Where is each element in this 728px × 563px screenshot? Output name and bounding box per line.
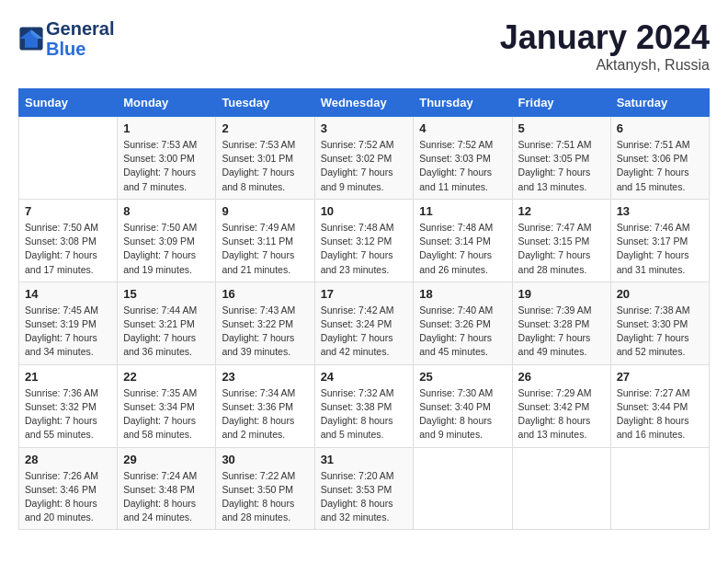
day-info: Sunrise: 7:32 AMSunset: 3:38 PMDaylight:… [321,386,408,442]
day-info: Sunrise: 7:46 AMSunset: 3:17 PMDaylight:… [617,221,703,277]
day-info: Sunrise: 7:43 AMSunset: 3:22 PMDaylight:… [222,304,308,360]
day-cell: 17Sunrise: 7:42 AMSunset: 3:24 PMDayligh… [314,282,414,364]
location-subtitle: Aktanysh, Russia [500,57,710,74]
day-cell [610,447,709,530]
day-info: Sunrise: 7:26 AMSunset: 3:46 PMDaylight:… [25,469,111,525]
col-header-monday: Monday [118,89,216,117]
logo-line1: General [46,18,114,39]
day-cell: 14Sunrise: 7:45 AMSunset: 3:19 PMDayligh… [19,282,118,364]
col-header-saturday: Saturday [610,89,709,117]
day-number: 24 [321,370,408,384]
day-number: 4 [419,121,506,135]
day-cell: 16Sunrise: 7:43 AMSunset: 3:22 PMDayligh… [216,282,314,364]
day-number: 17 [321,287,408,301]
day-number: 10 [321,204,408,218]
day-info: Sunrise: 7:52 AMSunset: 3:02 PMDaylight:… [321,138,408,194]
day-number: 25 [419,370,506,384]
day-cell: 25Sunrise: 7:30 AMSunset: 3:40 PMDayligh… [414,364,512,447]
week-row-1: 1Sunrise: 7:53 AMSunset: 3:00 PMDaylight… [19,117,710,200]
day-number: 21 [25,370,111,384]
day-number: 7 [25,204,111,218]
day-number: 2 [222,121,308,135]
day-number: 22 [123,370,210,384]
day-info: Sunrise: 7:48 AMSunset: 3:14 PMDaylight:… [419,221,506,277]
day-number: 23 [222,370,308,384]
col-header-friday: Friday [512,89,610,117]
day-info: Sunrise: 7:34 AMSunset: 3:36 PMDaylight:… [222,386,308,442]
day-info: Sunrise: 7:49 AMSunset: 3:11 PMDaylight:… [222,221,308,277]
day-info: Sunrise: 7:45 AMSunset: 3:19 PMDaylight:… [25,304,111,360]
day-cell: 18Sunrise: 7:40 AMSunset: 3:26 PMDayligh… [414,282,512,364]
week-row-3: 14Sunrise: 7:45 AMSunset: 3:19 PMDayligh… [19,282,710,364]
calendar-table: SundayMondayTuesdayWednesdayThursdayFrid… [18,88,710,530]
day-number: 3 [321,121,408,135]
day-cell: 21Sunrise: 7:36 AMSunset: 3:32 PMDayligh… [19,364,118,447]
week-row-2: 7Sunrise: 7:50 AMSunset: 3:08 PMDaylight… [19,199,710,282]
day-info: Sunrise: 7:29 AMSunset: 3:42 PMDaylight:… [518,386,605,442]
day-cell: 30Sunrise: 7:22 AMSunset: 3:50 PMDayligh… [216,447,314,530]
day-number: 12 [518,204,605,218]
day-info: Sunrise: 7:51 AMSunset: 3:05 PMDaylight:… [518,138,605,194]
header-row: SundayMondayTuesdayWednesdayThursdayFrid… [19,89,710,117]
page-header: General Blue January 2024 Aktanysh, Russ… [18,18,710,74]
day-cell: 1Sunrise: 7:53 AMSunset: 3:00 PMDaylight… [118,117,216,200]
day-cell [512,447,610,530]
day-cell: 8Sunrise: 7:50 AMSunset: 3:09 PMDaylight… [118,199,216,282]
day-info: Sunrise: 7:53 AMSunset: 3:01 PMDaylight:… [222,138,308,194]
week-row-4: 21Sunrise: 7:36 AMSunset: 3:32 PMDayligh… [19,364,710,447]
logo-line2: Blue [46,39,114,59]
day-number: 15 [123,287,210,301]
day-cell: 22Sunrise: 7:35 AMSunset: 3:34 PMDayligh… [118,364,216,447]
day-info: Sunrise: 7:24 AMSunset: 3:48 PMDaylight:… [123,469,210,525]
day-cell: 13Sunrise: 7:46 AMSunset: 3:17 PMDayligh… [610,199,709,282]
day-cell: 7Sunrise: 7:50 AMSunset: 3:08 PMDaylight… [19,199,118,282]
day-cell: 12Sunrise: 7:47 AMSunset: 3:15 PMDayligh… [512,199,610,282]
day-info: Sunrise: 7:47 AMSunset: 3:15 PMDaylight:… [518,221,605,277]
day-info: Sunrise: 7:53 AMSunset: 3:00 PMDaylight:… [123,138,210,194]
day-info: Sunrise: 7:20 AMSunset: 3:53 PMDaylight:… [321,469,408,525]
day-info: Sunrise: 7:50 AMSunset: 3:08 PMDaylight:… [25,221,111,277]
day-cell: 28Sunrise: 7:26 AMSunset: 3:46 PMDayligh… [19,447,118,530]
logo-icon [18,26,44,52]
day-number: 28 [25,453,111,466]
day-info: Sunrise: 7:38 AMSunset: 3:30 PMDaylight:… [617,304,703,360]
day-cell: 20Sunrise: 7:38 AMSunset: 3:30 PMDayligh… [610,282,709,364]
day-info: Sunrise: 7:39 AMSunset: 3:28 PMDaylight:… [518,304,605,360]
day-number: 18 [419,287,506,301]
col-header-wednesday: Wednesday [314,89,414,117]
day-number: 19 [518,287,605,301]
day-number: 13 [617,204,703,218]
day-cell: 31Sunrise: 7:20 AMSunset: 3:53 PMDayligh… [314,447,414,530]
day-number: 16 [222,287,308,301]
day-info: Sunrise: 7:42 AMSunset: 3:24 PMDaylight:… [321,304,408,360]
day-number: 9 [222,204,308,218]
day-cell [19,117,118,200]
day-number: 29 [123,453,210,466]
day-cell: 2Sunrise: 7:53 AMSunset: 3:01 PMDaylight… [216,117,314,200]
day-info: Sunrise: 7:50 AMSunset: 3:09 PMDaylight:… [123,221,210,277]
day-info: Sunrise: 7:51 AMSunset: 3:06 PMDaylight:… [617,138,703,194]
day-info: Sunrise: 7:30 AMSunset: 3:40 PMDaylight:… [419,386,506,442]
day-cell: 11Sunrise: 7:48 AMSunset: 3:14 PMDayligh… [414,199,512,282]
day-cell: 9Sunrise: 7:49 AMSunset: 3:11 PMDaylight… [216,199,314,282]
day-number: 6 [617,121,703,135]
col-header-tuesday: Tuesday [216,89,314,117]
day-info: Sunrise: 7:40 AMSunset: 3:26 PMDaylight:… [419,304,506,360]
day-number: 1 [123,121,210,135]
day-info: Sunrise: 7:27 AMSunset: 3:44 PMDaylight:… [617,386,703,442]
day-cell: 6Sunrise: 7:51 AMSunset: 3:06 PMDaylight… [610,117,709,200]
day-info: Sunrise: 7:52 AMSunset: 3:03 PMDaylight:… [419,138,506,194]
day-cell: 27Sunrise: 7:27 AMSunset: 3:44 PMDayligh… [610,364,709,447]
month-title: January 2024 [500,18,710,57]
day-info: Sunrise: 7:22 AMSunset: 3:50 PMDaylight:… [222,469,308,525]
day-cell: 10Sunrise: 7:48 AMSunset: 3:12 PMDayligh… [314,199,414,282]
day-info: Sunrise: 7:36 AMSunset: 3:32 PMDaylight:… [25,386,111,442]
day-number: 20 [617,287,703,301]
day-number: 27 [617,370,703,384]
day-info: Sunrise: 7:44 AMSunset: 3:21 PMDaylight:… [123,304,210,360]
day-cell [414,447,512,530]
day-number: 31 [321,453,408,466]
day-number: 5 [518,121,605,135]
day-cell: 26Sunrise: 7:29 AMSunset: 3:42 PMDayligh… [512,364,610,447]
day-info: Sunrise: 7:48 AMSunset: 3:12 PMDaylight:… [321,221,408,277]
